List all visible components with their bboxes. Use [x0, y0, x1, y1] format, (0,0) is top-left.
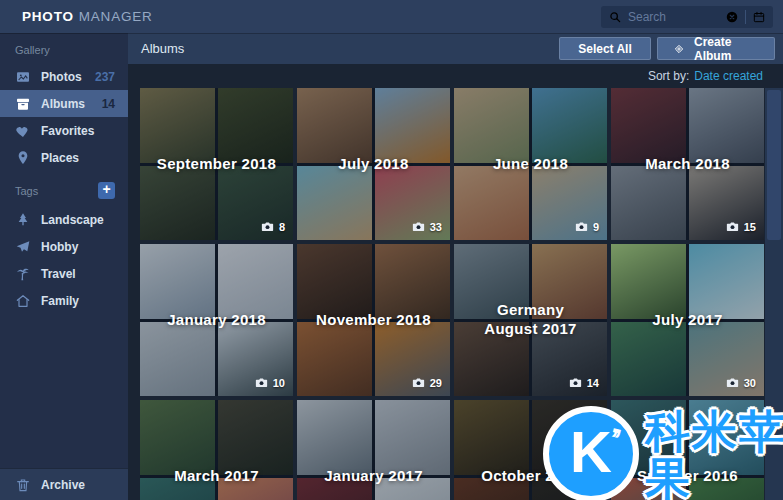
album-title: June 2018	[454, 88, 607, 240]
camera-icon	[260, 219, 275, 234]
camera-icon	[411, 219, 426, 234]
album-count-badge: 10	[254, 375, 285, 390]
album-title: January 2018	[140, 244, 293, 396]
sidebar-item-count: 237	[95, 70, 115, 84]
sidebar-item-archive[interactable]: Archive	[0, 468, 128, 500]
trash-icon	[15, 477, 31, 493]
album-tile-july-2017[interactable]: July 201730	[611, 244, 764, 396]
album-tile-october-2016[interactable]: October 2016	[454, 400, 607, 500]
album-title: March 2018	[611, 88, 764, 240]
app-logo-secondary: MANAGER	[79, 9, 153, 24]
album-count-badge: 9	[574, 219, 599, 234]
albums-icon	[15, 96, 31, 112]
sidebar-item-count: 14	[102, 97, 115, 111]
album-count-badge: 29	[411, 375, 442, 390]
content-header: Albums Select All Create Album	[128, 33, 783, 64]
main-content: Albums Select All Create Album Sort by: …	[128, 33, 783, 500]
camera-icon	[568, 375, 583, 390]
add-tag-button[interactable]: +	[98, 182, 115, 199]
section-label: Gallery	[0, 33, 128, 63]
album-count: 14	[587, 377, 599, 389]
sidebar-item-albums[interactable]: Albums14	[0, 90, 128, 117]
sidebar-item-label: Family	[41, 294, 79, 308]
sidebar-item-places[interactable]: Places	[0, 144, 128, 171]
home-icon	[15, 293, 31, 309]
album-title: November 2018	[297, 244, 450, 396]
sidebar-section-gallery: GalleryPhotos237Albums14FavoritesPlaces	[0, 33, 128, 171]
sidebar-item-label: Photos	[41, 70, 82, 84]
search-divider	[745, 10, 746, 24]
heart-icon	[15, 123, 31, 139]
sidebar-item-favorites[interactable]: Favorites	[0, 117, 128, 144]
calendar-icon[interactable]	[752, 10, 766, 24]
album-count-badge: 14	[568, 375, 599, 390]
album-tile-june-2018[interactable]: June 20189	[454, 88, 607, 240]
sidebar-item-label: Travel	[41, 267, 76, 281]
create-album-label: Create Album	[694, 35, 760, 63]
album-count: 15	[744, 221, 756, 233]
diamond-plus-icon	[672, 42, 686, 56]
app-logo: PHOTO MANAGER	[22, 9, 153, 24]
create-album-button[interactable]: Create Album	[657, 37, 775, 60]
sidebar-item-label: Landscape	[41, 213, 104, 227]
palm-tree-icon	[15, 266, 31, 282]
album-tile-january-2017[interactable]: January 2017	[297, 400, 450, 500]
album-title: Germany August 2017	[454, 244, 607, 396]
album-count-badge: 30	[725, 375, 756, 390]
album-count: 8	[279, 221, 285, 233]
sidebar-item-travel[interactable]: Travel	[0, 260, 128, 287]
album-title: July 2018	[297, 88, 450, 240]
album-count: 29	[430, 377, 442, 389]
topbar: PHOTO MANAGER	[0, 0, 783, 33]
sidebar-item-label: Places	[41, 151, 79, 165]
scrollbar-track[interactable]	[765, 88, 783, 500]
camera-icon	[725, 375, 740, 390]
album-tile-september-2018[interactable]: September 20188	[140, 88, 293, 240]
camera-icon	[574, 219, 589, 234]
album-count: 10	[273, 377, 285, 389]
sort-value-dropdown[interactable]: Date created	[694, 69, 763, 83]
sidebar-section-tags: Tags+LandscapeHobbyTravelFamily	[0, 171, 128, 314]
select-all-label: Select All	[578, 42, 632, 56]
sort-by-label: Sort by:	[648, 69, 689, 83]
album-tile-summer-2016[interactable]: Summer 2016	[611, 400, 764, 500]
search-icon	[608, 10, 622, 24]
album-count: 9	[593, 221, 599, 233]
map-pin-icon	[15, 150, 31, 166]
sidebar-item-landscape[interactable]: Landscape	[0, 206, 128, 233]
sidebar-item-label: Albums	[41, 97, 85, 111]
photos-icon	[15, 69, 31, 85]
album-tile-july-2018[interactable]: July 201833	[297, 88, 450, 240]
camera-icon	[254, 375, 269, 390]
select-all-button[interactable]: Select All	[559, 37, 651, 60]
clear-search-icon[interactable]	[725, 10, 739, 24]
album-tile-march-2018[interactable]: March 201815	[611, 88, 764, 240]
album-count: 30	[744, 377, 756, 389]
section-label-text: Gallery	[15, 44, 50, 56]
sidebar-item-hobby[interactable]: Hobby	[0, 233, 128, 260]
album-title: July 2017	[611, 244, 764, 396]
album-title: September 2018	[140, 88, 293, 240]
section-label-text: Tags	[15, 185, 38, 197]
album-title: March 2017	[140, 400, 293, 500]
album-tile-november-2018[interactable]: November 201829	[297, 244, 450, 396]
album-count-badge: 15	[725, 219, 756, 234]
album-count: 33	[430, 221, 442, 233]
scrollbar-thumb[interactable]	[767, 90, 781, 240]
album-title: Summer 2016	[611, 400, 764, 500]
page-title: Albums	[141, 41, 184, 56]
album-count-badge: 33	[411, 219, 442, 234]
search-input[interactable]	[628, 10, 719, 24]
album-tile-germany-august-2017[interactable]: Germany August 201714	[454, 244, 607, 396]
sidebar-item-label: Hobby	[41, 240, 78, 254]
sidebar-item-photos[interactable]: Photos237	[0, 63, 128, 90]
sidebar: GalleryPhotos237Albums14FavoritesPlacesT…	[0, 33, 128, 500]
album-title: October 2016	[454, 400, 607, 500]
sidebar-item-family[interactable]: Family	[0, 287, 128, 314]
album-tile-january-2018[interactable]: January 201810	[140, 244, 293, 396]
sort-row: Sort by: Date created	[128, 64, 783, 88]
album-tile-march-2017[interactable]: March 2017	[140, 400, 293, 500]
search-box	[601, 6, 773, 28]
album-title: January 2017	[297, 400, 450, 500]
sidebar-item-label: Favorites	[41, 124, 94, 138]
